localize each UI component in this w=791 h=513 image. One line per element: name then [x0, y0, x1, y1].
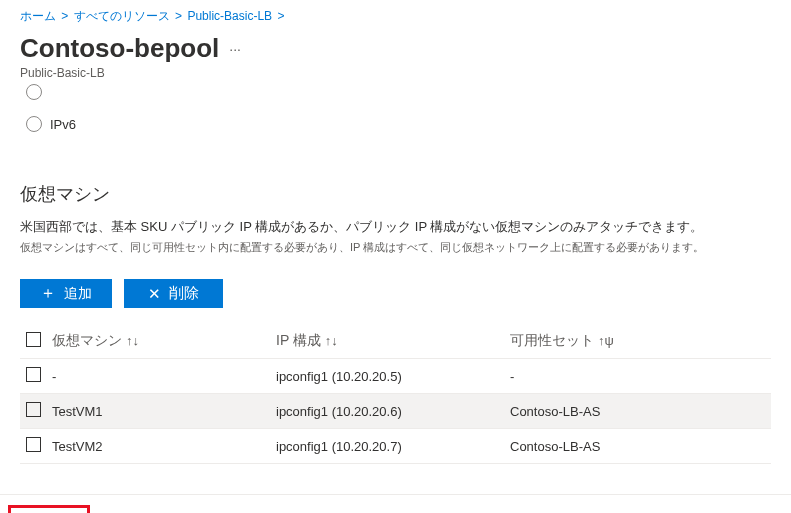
add-button[interactable]: ＋ 追加 — [20, 279, 112, 308]
cell-vm: - — [52, 369, 276, 384]
add-button-label: 追加 — [64, 285, 92, 303]
breadcrumb-all-resources[interactable]: すべてのリソース — [74, 9, 170, 23]
breadcrumb-parent[interactable]: Public-Basic-LB — [187, 9, 272, 23]
table-row[interactable]: TestVM1 ipconfig1 (10.20.20.6) Contoso-L… — [20, 394, 771, 429]
column-ip[interactable]: IP 構成 ↑↓ — [276, 332, 510, 350]
chevron-right-icon: > — [175, 9, 182, 23]
save-highlight-box: 保存 — [8, 505, 90, 513]
table-row[interactable]: - ipconfig1 (10.20.20.5) - — [20, 359, 771, 394]
radio-ipv6[interactable] — [26, 116, 42, 132]
sort-icon: ↑ψ — [598, 333, 614, 348]
row-checkbox[interactable] — [26, 367, 41, 382]
cell-ip: ipconfig1 (10.20.20.6) — [276, 404, 510, 419]
row-checkbox[interactable] — [26, 402, 41, 417]
cell-ip: ipconfig1 (10.20.20.5) — [276, 369, 510, 384]
row-checkbox[interactable] — [26, 437, 41, 452]
table-row[interactable]: TestVM2 ipconfig1 (10.20.20.7) Contoso-L… — [20, 429, 771, 464]
vm-table: 仮想マシン ↑↓ IP 構成 ↑↓ 可用性セット ↑ψ - ipconfig1 … — [20, 324, 771, 464]
column-vm[interactable]: 仮想マシン ↑↓ — [52, 332, 276, 350]
section-description-2: 仮想マシンはすべて、同じ可用性セット内に配置する必要があり、IP 構成はすべて、… — [20, 240, 771, 255]
cell-vm: TestVM2 — [52, 439, 276, 454]
sort-icon: ↑↓ — [325, 333, 338, 348]
radio-ipv-option[interactable] — [26, 84, 42, 100]
section-title-vm: 仮想マシン — [20, 182, 771, 206]
plus-icon: ＋ — [40, 283, 56, 304]
cell-avset: Contoso-LB-AS — [510, 439, 771, 454]
cell-vm: TestVM1 — [52, 404, 276, 419]
delete-button-label: 削除 — [169, 284, 199, 303]
cell-avset: - — [510, 369, 771, 384]
cell-avset: Contoso-LB-AS — [510, 404, 771, 419]
section-description-1: 米国西部では、基本 SKU パブリック IP 構成があるか、パブリック IP 構… — [20, 218, 771, 236]
breadcrumb: ホーム > すべてのリソース > Public-Basic-LB > — [20, 8, 771, 25]
select-all-checkbox[interactable] — [26, 332, 41, 347]
table-header: 仮想マシン ↑↓ IP 構成 ↑↓ 可用性セット ↑ψ — [20, 324, 771, 359]
cell-ip: ipconfig1 (10.20.20.7) — [276, 439, 510, 454]
breadcrumb-home[interactable]: ホーム — [20, 9, 56, 23]
ipv6-label: IPv6 — [50, 117, 76, 132]
x-icon: ✕ — [148, 285, 161, 303]
page-subtitle: Public-Basic-LB — [20, 66, 771, 80]
sort-icon: ↑↓ — [126, 333, 139, 348]
chevron-right-icon: > — [277, 9, 284, 23]
more-icon[interactable]: ··· — [229, 41, 241, 57]
column-avset[interactable]: 可用性セット ↑ψ — [510, 332, 771, 350]
chevron-right-icon: > — [61, 9, 68, 23]
delete-button[interactable]: ✕ 削除 — [124, 279, 223, 308]
page-title: Contoso-bepool — [20, 33, 219, 64]
